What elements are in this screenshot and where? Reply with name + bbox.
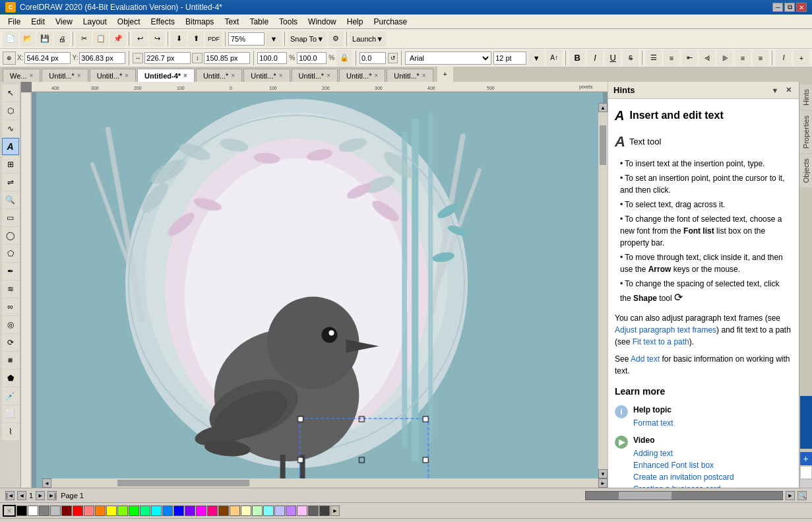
color-periwinkle[interactable]	[274, 506, 285, 516]
font-select[interactable]: Arial	[405, 51, 491, 65]
tab-untitled5[interactable]: Untitl...*×	[196, 69, 242, 82]
scale-y-input[interactable]	[297, 52, 327, 64]
contour-tool[interactable]: ◎	[2, 316, 19, 333]
color-lightred[interactable]	[84, 506, 94, 516]
menu-edit[interactable]: Edit	[26, 16, 50, 28]
color-lightcyan[interactable]	[263, 506, 274, 516]
format-text-link[interactable]: Format text	[633, 417, 673, 429]
color-gray1[interactable]	[39, 506, 49, 516]
scroll-down-button[interactable]: ▼	[598, 469, 608, 478]
copy-button[interactable]: 📋	[93, 31, 109, 47]
menu-tools[interactable]: Tools	[274, 16, 303, 28]
first-page-button[interactable]: |◄	[5, 491, 15, 500]
menu-window[interactable]: Window	[303, 16, 342, 28]
height-input[interactable]	[204, 52, 250, 64]
scroll-left-button[interactable]: ◄	[42, 478, 51, 488]
tab-we[interactable]: We...×	[3, 69, 40, 82]
color-cyan[interactable]	[151, 506, 162, 516]
color-red[interactable]	[73, 506, 83, 516]
color-lightgreen[interactable]	[252, 506, 263, 516]
color-lightyellow[interactable]	[241, 506, 251, 516]
underline-button[interactable]: U	[605, 50, 621, 66]
width-input[interactable]	[144, 52, 191, 64]
color-lime[interactable]	[117, 506, 128, 516]
prev-page-button[interactable]: ◄	[17, 491, 26, 500]
invitation-link[interactable]: Create an invitation postcard	[633, 471, 734, 483]
scroll-end-button[interactable]: ►	[786, 491, 795, 500]
export-button[interactable]: ⬆	[188, 31, 204, 47]
tab-untitled4[interactable]: Untitled-4*×	[137, 69, 195, 82]
lock-ratio-button[interactable]: 🔒	[336, 50, 352, 66]
scroll-thumb-h[interactable]	[117, 480, 249, 486]
adding-text-link[interactable]: Adding text	[633, 447, 734, 459]
vertical-scrollbar[interactable]: ▲ ▼	[598, 103, 608, 478]
color-white[interactable]	[28, 506, 38, 516]
menu-bitmaps[interactable]: Bitmaps	[180, 16, 219, 28]
color-lightblue[interactable]	[162, 506, 173, 516]
tab-untitled7[interactable]: Untitl...*×	[292, 69, 338, 82]
color-yellow[interactable]	[106, 506, 117, 516]
add-text-link[interactable]: Add text	[631, 354, 660, 364]
business-card-link[interactable]: Creating a business card	[633, 483, 734, 488]
minimize-button[interactable]: ─	[772, 3, 783, 12]
align-right-button[interactable]: ≡	[735, 50, 751, 66]
decrease-indent-button[interactable]: ⇤	[681, 50, 697, 66]
menu-table[interactable]: Table	[244, 16, 274, 28]
font-size-up[interactable]: A↑	[546, 50, 562, 66]
color-mint[interactable]	[140, 506, 150, 516]
eraser-tool[interactable]: ⬜	[2, 405, 19, 422]
h-scroll-thumb[interactable]	[619, 492, 671, 500]
tab-untitled1[interactable]: Untitl...*×	[42, 69, 88, 82]
menu-purchase[interactable]: Purchase	[368, 16, 412, 28]
bold-button[interactable]: B	[569, 50, 585, 66]
open-button[interactable]: 📂	[20, 31, 36, 47]
zoom-dropdown[interactable]: ▼	[266, 31, 282, 47]
color-green[interactable]	[129, 506, 139, 516]
menu-text[interactable]: Text	[219, 16, 244, 28]
save-button[interactable]: 💾	[37, 31, 53, 47]
scroll-right-button[interactable]: ►	[598, 478, 608, 488]
menu-effects[interactable]: Effects	[146, 16, 180, 28]
color-gray2[interactable]	[50, 506, 61, 516]
zoom-input[interactable]	[228, 32, 265, 46]
color-brown[interactable]	[218, 506, 229, 516]
knife-tool[interactable]: ⌇	[2, 423, 19, 440]
color-peach[interactable]	[230, 506, 240, 516]
table-tool[interactable]: ⊞	[2, 156, 19, 173]
rectangle-tool[interactable]: ▭	[2, 209, 19, 226]
color-blue[interactable]	[173, 506, 184, 516]
select-tool[interactable]: ↖	[2, 84, 19, 102]
color-magenta[interactable]	[196, 506, 206, 516]
align-justify-button[interactable]: ≡	[753, 50, 768, 66]
horizontal-scrollbar-bottom[interactable]	[585, 491, 783, 500]
tab-untitled6[interactable]: Untitl...*×	[243, 69, 290, 82]
cut-button[interactable]: ✂	[76, 31, 92, 47]
color-rose[interactable]	[297, 506, 307, 516]
tab-untitled2[interactable]: Untitl...*×	[90, 69, 136, 82]
artistic-tool[interactable]: ≋	[2, 280, 19, 298]
scale-x-input[interactable]	[257, 52, 287, 64]
launch-button[interactable]: Launch ▼	[350, 31, 386, 47]
add-column-button[interactable]: +	[794, 50, 809, 66]
properties-tab[interactable]: Properties	[799, 111, 813, 153]
redo-button[interactable]: ↪	[149, 31, 165, 47]
color-lavender[interactable]	[286, 506, 296, 516]
hints-tab[interactable]: Hints	[799, 84, 813, 110]
align-left-button[interactable]: ⫷	[699, 50, 715, 66]
color-orange[interactable]	[95, 506, 106, 516]
align-center-button[interactable]: ⫸	[717, 50, 733, 66]
undo-button[interactable]: ↩	[132, 31, 148, 47]
blend-tool[interactable]: ∞	[2, 298, 19, 315]
tab-untitled9[interactable]: Untitl...*×	[387, 69, 433, 82]
horizontal-scrollbar[interactable]: ◄ ►	[42, 478, 608, 488]
canvas-content[interactable]: ▲ ▼ ◄ ►	[32, 92, 608, 488]
node-tool[interactable]: ⬡	[2, 102, 19, 119]
snap-to-button[interactable]: Snap To ▼	[288, 31, 327, 47]
color-black[interactable]	[16, 506, 27, 516]
next-page-button[interactable]: ►	[36, 491, 45, 500]
italic-button[interactable]: I	[587, 50, 603, 66]
hints-close-button[interactable]: ✕	[783, 85, 794, 96]
no-color-swatch[interactable]: ×	[3, 505, 16, 517]
fill-tool[interactable]: ⬟	[2, 370, 19, 387]
zoom-tool[interactable]: 🔍	[2, 191, 19, 209]
